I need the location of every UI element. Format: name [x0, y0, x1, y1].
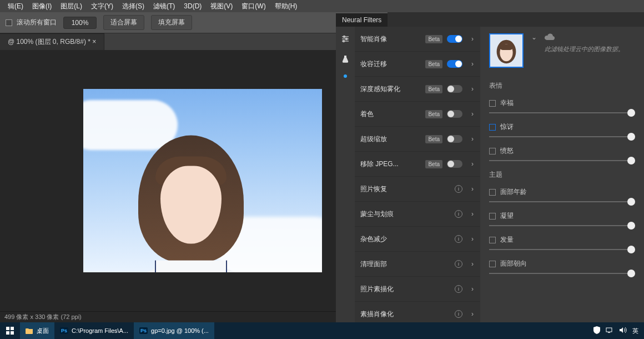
- filter-row[interactable]: 移除 JPEG...Beta›: [355, 152, 480, 177]
- slider-row: 发量: [489, 235, 635, 250]
- slider-track[interactable]: [489, 201, 635, 202]
- fill-screen-button[interactable]: 填充屏幕: [151, 15, 192, 30]
- filter-row[interactable]: 妆容迁移Beta›: [355, 52, 480, 77]
- menu-select[interactable]: 选择(S): [118, 1, 149, 12]
- filter-row[interactable]: 超级缩放Beta›: [355, 127, 480, 152]
- slider-checkbox[interactable]: [489, 148, 496, 154]
- slider-label: 面部朝向: [500, 259, 527, 268]
- ime-indicator[interactable]: 英: [632, 327, 638, 335]
- menu-window[interactable]: 窗口(W): [237, 1, 270, 12]
- slider-checkbox[interactable]: [489, 124, 496, 131]
- menu-image[interactable]: 图像(I): [28, 1, 56, 12]
- filter-toggle[interactable]: [447, 60, 462, 68]
- slider-checkbox[interactable]: [489, 213, 496, 220]
- svg-rect-14: [606, 328, 612, 332]
- zoom-input[interactable]: [63, 17, 97, 29]
- slider-checkbox[interactable]: [489, 261, 496, 267]
- filter-row[interactable]: 智能肖像Beta›: [355, 27, 480, 52]
- taskbar-desktop-label: 桌面: [37, 327, 49, 335]
- filter-toggle[interactable]: [447, 135, 462, 143]
- fit-screen-button[interactable]: 适合屏幕: [103, 15, 144, 30]
- filter-toggle[interactable]: [447, 160, 462, 168]
- filter-row[interactable]: 照片素描化i›: [355, 277, 480, 302]
- beta-badge: Beta: [425, 85, 442, 93]
- svg-rect-15: [608, 332, 610, 333]
- filter-toggle[interactable]: [447, 35, 462, 43]
- slider-checkbox[interactable]: [489, 189, 496, 196]
- start-button[interactable]: [0, 327, 20, 335]
- menu-filter[interactable]: 滤镜(T): [149, 1, 179, 12]
- filter-row[interactable]: 蒙尘与划痕i›: [355, 202, 480, 227]
- document-canvas[interactable]: [83, 89, 322, 272]
- face-thumbnail[interactable]: [489, 33, 524, 68]
- neural-filters-header: Neural Filters: [336, 12, 644, 27]
- security-icon[interactable]: [593, 326, 600, 335]
- slider-track[interactable]: [489, 160, 635, 161]
- slider-track[interactable]: [489, 249, 635, 250]
- info-icon[interactable]: i: [455, 210, 462, 218]
- network-icon[interactable]: [606, 327, 613, 335]
- chevron-right-icon: ›: [467, 260, 475, 268]
- menu-layer[interactable]: 图层(L): [56, 1, 87, 12]
- menu-text[interactable]: 文字(Y): [87, 1, 118, 12]
- menu-view[interactable]: 视图(V): [206, 1, 237, 12]
- slider-track[interactable]: [489, 136, 635, 137]
- filter-label: 素描肖像化: [360, 310, 455, 319]
- slider-track[interactable]: [489, 112, 635, 113]
- filter-row[interactable]: 清理面部i›: [355, 252, 480, 277]
- neural-filters-panel: 智能肖像Beta›妆容迁移Beta›深度感知雾化Beta›着色Beta›超级缩放…: [336, 27, 644, 322]
- beta-badge: Beta: [425, 110, 442, 118]
- slider-track[interactable]: [489, 225, 635, 226]
- cloud-icon: [545, 33, 635, 42]
- filter-row[interactable]: 照片恢复i›: [355, 177, 480, 202]
- slider-handle[interactable]: [627, 270, 635, 277]
- filter-label: 超级缩放: [360, 134, 425, 144]
- flask-icon[interactable]: [341, 54, 350, 63]
- filter-label: 智能肖像: [360, 34, 425, 44]
- chevron-right-icon: ›: [467, 185, 475, 193]
- slider-handle[interactable]: [627, 246, 635, 253]
- chevron-right-icon: ›: [467, 310, 475, 318]
- scroll-all-windows-checkbox[interactable]: 滚动所有窗口: [6, 18, 57, 27]
- slider-label: 幸福: [500, 98, 514, 108]
- slider-handle[interactable]: [627, 109, 635, 117]
- folder-icon: [26, 327, 33, 334]
- info-icon[interactable]: i: [455, 185, 462, 193]
- filter-toggle[interactable]: [447, 110, 462, 118]
- active-indicator-icon: [344, 74, 347, 78]
- info-icon[interactable]: i: [455, 260, 462, 268]
- slider-handle[interactable]: [627, 198, 635, 206]
- filter-label: 着色: [360, 109, 425, 119]
- slider-handle[interactable]: [627, 133, 635, 141]
- taskbar-desktop[interactable]: 桌面: [20, 322, 54, 339]
- filter-row[interactable]: 素描肖像化i›: [355, 302, 480, 322]
- slider-handle[interactable]: [627, 157, 635, 164]
- menu-help[interactable]: 帮助(H): [270, 1, 302, 12]
- svg-rect-11: [11, 327, 14, 330]
- menu-3d[interactable]: 3D(D): [179, 1, 206, 11]
- document-tab[interactable]: @ 100% (图层 0, RGB/8#) * ×: [0, 33, 104, 50]
- filter-list[interactable]: 智能肖像Beta›妆容迁移Beta›深度感知雾化Beta›着色Beta›超级缩放…: [355, 27, 480, 322]
- neural-filters-tab[interactable]: Neural Filters: [336, 12, 388, 27]
- info-icon[interactable]: i: [455, 310, 462, 318]
- taskbar-app-2[interactable]: Ps gp=0.jpg @ 100% (...: [134, 322, 214, 339]
- filter-label: 移除 JPEG...: [360, 159, 425, 169]
- slider-handle[interactable]: [627, 222, 635, 230]
- filter-toggle[interactable]: [447, 85, 462, 93]
- chevron-down-icon[interactable]: ⌄: [531, 33, 537, 41]
- sliders-icon[interactable]: [341, 34, 350, 43]
- info-icon[interactable]: i: [455, 235, 462, 243]
- volume-icon[interactable]: [619, 327, 627, 335]
- filter-row[interactable]: 深度感知雾化Beta›: [355, 77, 480, 102]
- filter-row[interactable]: 着色Beta›: [355, 102, 480, 127]
- slider-row: 面部朝向: [489, 259, 635, 274]
- info-icon[interactable]: i: [455, 285, 462, 293]
- menu-edit[interactable]: 辑(E): [3, 1, 28, 12]
- slider-track[interactable]: [489, 273, 635, 274]
- slider-checkbox[interactable]: [489, 100, 496, 107]
- filter-label: 照片素描化: [360, 285, 455, 294]
- slider-checkbox[interactable]: [489, 237, 496, 243]
- taskbar-app-1[interactable]: Ps C:\Program Files\A...: [54, 322, 134, 339]
- chevron-right-icon: ›: [467, 210, 475, 218]
- filter-row[interactable]: 杂色减少i›: [355, 227, 480, 252]
